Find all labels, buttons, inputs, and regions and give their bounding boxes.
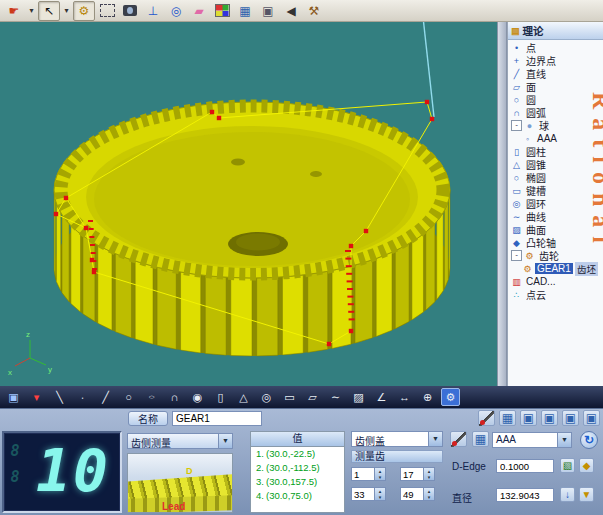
tree-item-line[interactable]: ╱直线 xyxy=(508,67,603,80)
chevron-down-icon[interactable]: ▼ xyxy=(428,432,442,446)
selection-box-icon[interactable] xyxy=(96,1,118,21)
sensor-grid-icon[interactable]: ▦ xyxy=(472,431,489,447)
plane-measure-icon[interactable]: ▱ xyxy=(303,388,322,406)
spinner[interactable]: ▴▾ xyxy=(424,487,435,501)
measure-mode-dropdown[interactable]: 齿侧测量 ▼ xyxy=(127,433,233,449)
tree-item-sphere[interactable]: -●球 xyxy=(508,119,603,132)
spinner[interactable]: ▴▾ xyxy=(375,467,386,481)
arc-measure-icon[interactable]: ∩ xyxy=(165,388,184,406)
splitter[interactable] xyxy=(497,22,507,386)
dedge-input[interactable] xyxy=(496,459,554,473)
speaker-icon[interactable]: ◀ xyxy=(280,1,302,21)
lock-value-icon[interactable]: ◆ xyxy=(579,458,594,473)
rotate-view-gear-icon[interactable]: ⚙ xyxy=(73,1,95,21)
tree-item-arc[interactable]: ∩圆弧 xyxy=(508,106,603,119)
tree-item-cone[interactable]: △圆锥 xyxy=(508,158,603,171)
screen-view4-icon[interactable]: ▣ xyxy=(583,410,600,426)
gear-measure-icon[interactable]: ⚙ xyxy=(441,388,460,406)
curve-measure-icon[interactable]: ∼ xyxy=(326,388,345,406)
slot-measure-icon[interactable]: ▭ xyxy=(280,388,299,406)
tree-item-gear1[interactable]: ⚙GEAR1齿坯 xyxy=(508,262,603,275)
line-measure-icon[interactable]: ╱ xyxy=(96,388,115,406)
screen-view1-icon[interactable]: ▣ xyxy=(520,410,537,426)
tree-item-cylinder[interactable]: ▯圆柱 xyxy=(508,145,603,158)
tree-item-cad[interactable]: ▥CAD... xyxy=(508,275,603,288)
tooth-index-input-2[interactable] xyxy=(400,467,424,481)
surface-measure-icon[interactable]: ▨ xyxy=(349,388,368,406)
cylinder-measure-icon[interactable]: ▯ xyxy=(211,388,230,406)
spinner[interactable]: ▴▾ xyxy=(424,467,435,481)
camera-icon[interactable] xyxy=(119,1,141,21)
viewport-3d[interactable]: zyx xyxy=(0,22,497,386)
probe-dropdown[interactable]: AAA ▼ xyxy=(492,432,572,448)
dropdown-caret-icon[interactable]: ▾ xyxy=(27,388,46,406)
edge-tool-icon[interactable]: ▧ xyxy=(560,458,575,473)
name-input[interactable] xyxy=(172,411,262,426)
export-value-icon[interactable]: ▼ xyxy=(579,487,594,502)
table-row[interactable]: 3.(30.0,157.5) xyxy=(251,475,344,489)
table-row[interactable]: 4.(30.0,75.0) xyxy=(251,489,344,503)
dropdown-caret-icon[interactable]: ▾ xyxy=(26,1,37,21)
tree-item-slot[interactable]: ▭键槽 xyxy=(508,184,603,197)
torus-measure-icon[interactable]: ◎ xyxy=(257,388,276,406)
dropdown-caret2-icon[interactable]: ▾ xyxy=(61,1,72,21)
table-row[interactable]: 2.(30.0,-112.5) xyxy=(251,461,344,475)
tree-item-curve[interactable]: ∼曲线 xyxy=(508,210,603,223)
screen-view3-icon[interactable]: ▣ xyxy=(562,410,579,426)
probe-config-icon[interactable] xyxy=(450,431,467,447)
hand-tool-icon[interactable]: ☛ xyxy=(3,1,25,21)
tree-item-circle[interactable]: ○圆 xyxy=(508,93,603,106)
collapse-icon[interactable]: - xyxy=(511,120,522,131)
curve-icon: ∼ xyxy=(511,212,522,222)
tree-item-torus[interactable]: ◎圆环 xyxy=(508,197,603,210)
flank-dropdown[interactable]: 齿侧盖 ▼ xyxy=(351,431,443,447)
eraser-icon[interactable]: ▰ xyxy=(188,1,210,21)
tooth-index-field-3: ▴▾ xyxy=(351,487,394,501)
arrow-down-icon[interactable]: ↓ xyxy=(560,487,575,502)
probe-buttons: ▦ xyxy=(450,431,489,447)
palette-icon[interactable] xyxy=(211,1,233,21)
spinner[interactable]: ▴▾ xyxy=(375,487,386,501)
point-icon: • xyxy=(511,43,522,53)
chevron-down-icon[interactable]: ▼ xyxy=(557,433,571,447)
coordinate-icon[interactable]: ⊕ xyxy=(418,388,437,406)
tooth-index-field-2: ▴▾ xyxy=(400,467,443,481)
refresh-icon[interactable]: ↻ xyxy=(580,431,598,449)
probe-icon[interactable]: ╲ xyxy=(50,388,69,406)
tree-item-gear[interactable]: -⚙齿轮 xyxy=(508,249,603,262)
cad-view-icon[interactable]: ▦ xyxy=(234,1,256,21)
tooth-index-input-4[interactable] xyxy=(400,487,424,501)
tree-item-pointcloud[interactable]: ∴点云 xyxy=(508,288,603,301)
angle-measure-icon[interactable]: ∠ xyxy=(372,388,391,406)
table-row[interactable]: 1.(30.0,-22.5) xyxy=(251,447,344,461)
target-icon[interactable]: ◎ xyxy=(165,1,187,21)
tree-item-plane[interactable]: ▱面 xyxy=(508,80,603,93)
chevron-down-icon[interactable]: ▼ xyxy=(218,434,232,448)
diameter-input[interactable] xyxy=(496,488,554,502)
tree-item-boundary-point[interactable]: +边界点 xyxy=(508,54,603,67)
ellipse-measure-icon[interactable]: ○ xyxy=(142,392,161,402)
distance-measure-icon[interactable]: ↔ xyxy=(395,388,414,406)
gear-icon: ⚙ xyxy=(522,264,533,274)
display-mode-icon[interactable]: ▣ xyxy=(4,388,23,406)
grid-view-icon[interactable]: ▦ xyxy=(499,410,516,426)
circle-measure-icon[interactable]: ○ xyxy=(119,388,138,406)
sphere-measure-icon[interactable]: ◉ xyxy=(188,388,207,406)
screen-view2-icon[interactable]: ▣ xyxy=(541,410,558,426)
tree-item-ellipse[interactable]: ○椭圆 xyxy=(508,171,603,184)
collapse-icon[interactable]: - xyxy=(511,250,522,261)
tooth-index-input-3[interactable] xyxy=(351,487,375,501)
cone-measure-icon[interactable]: △ xyxy=(234,388,253,406)
view-buttons: ▦▣▣▣▣ xyxy=(478,410,600,426)
probe-icon[interactable] xyxy=(478,410,495,426)
calculator-icon[interactable]: ▣ xyxy=(257,1,279,21)
tree-item-aaa[interactable]: ◦AAA xyxy=(508,132,603,145)
point-cloud-icon: ∴ xyxy=(511,290,522,300)
tree-item-suffix: 齿坯 xyxy=(575,262,598,276)
lcd-counter: 8 8 10 xyxy=(2,431,122,513)
select-arrow-icon[interactable]: ↖ xyxy=(38,1,60,21)
tools-icon[interactable]: ⚒ xyxy=(303,1,325,21)
probe-axis-icon[interactable]: ⊥ xyxy=(142,1,164,21)
point-measure-icon[interactable]: ∙ xyxy=(73,388,92,406)
tooth-index-input-1[interactable] xyxy=(351,467,375,481)
